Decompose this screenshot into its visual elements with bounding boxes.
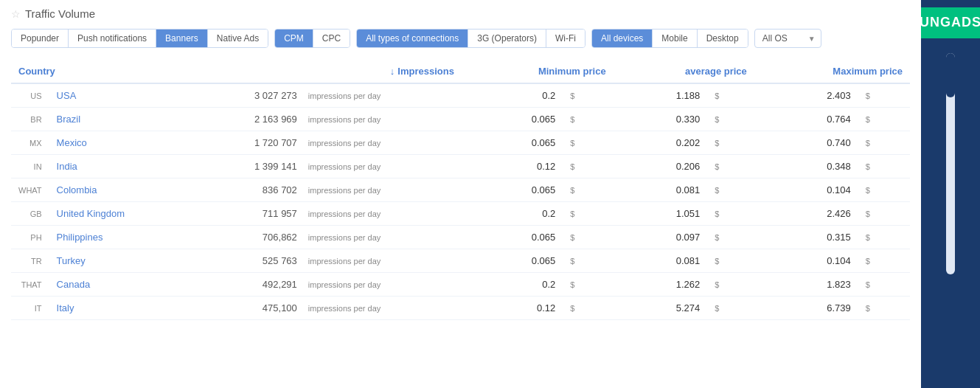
- table-row: WHAT Colombia 836 702 impressions per da…: [11, 179, 910, 202]
- impressions-value: 1 720 707: [202, 131, 301, 155]
- scrollbar-track: [946, 53, 955, 274]
- table-row: IN India 1 399 141 impressions per day 0…: [11, 155, 910, 179]
- max-dollar: $: [858, 155, 910, 179]
- per-day-label: impressions per day: [301, 83, 462, 108]
- country-name[interactable]: Turkey: [49, 249, 202, 273]
- country-name[interactable]: Mexico: [49, 131, 202, 155]
- min-price: 0.065: [462, 131, 563, 155]
- avg-price: 0.330: [614, 108, 708, 131]
- filter-popunder[interactable]: Popunder: [12, 30, 69, 47]
- country-name[interactable]: Colombia: [49, 179, 202, 202]
- country-name[interactable]: USA: [49, 83, 202, 108]
- max-dollar: $: [858, 273, 910, 297]
- table-row: PH Philippines 706,862 impressions per d…: [11, 226, 910, 249]
- avg-price: 0.081: [614, 179, 708, 202]
- max-price: 0.315: [754, 226, 858, 249]
- impressions-value: 475,100: [202, 297, 301, 320]
- filter-all-connections[interactable]: All types of connections: [357, 30, 468, 47]
- avg-dollar: $: [707, 131, 754, 155]
- filter-push-notifications[interactable]: Push notifications: [69, 30, 156, 47]
- max-price: 2.403: [754, 83, 858, 108]
- filter-desktop[interactable]: Desktop: [698, 30, 748, 47]
- impressions-value: 706,862: [202, 226, 301, 249]
- filter-all-devices[interactable]: All devices: [592, 30, 653, 47]
- col-impressions[interactable]: ↓Impressions: [202, 60, 462, 83]
- per-day-label: impressions per day: [301, 249, 462, 273]
- per-day-label: impressions per day: [301, 108, 462, 131]
- device-filter: All devices Mobile Desktop: [591, 29, 748, 48]
- max-dollar: $: [858, 179, 910, 202]
- country-code: WHAT: [11, 179, 49, 202]
- country-name[interactable]: India: [49, 155, 202, 179]
- min-dollar: $: [563, 83, 613, 108]
- avg-dollar: $: [707, 249, 754, 273]
- per-day-label: impressions per day: [301, 297, 462, 320]
- min-price: 0.065: [462, 226, 563, 249]
- col-min-price: Minimum price: [462, 60, 614, 83]
- ad-type-filter: Popunder Push notifications Banners Nati…: [11, 29, 268, 48]
- country-name[interactable]: Brazil: [49, 108, 202, 131]
- per-day-label: impressions per day: [301, 202, 462, 226]
- per-day-label: impressions per day: [301, 179, 462, 202]
- country-name[interactable]: United Kingdom: [49, 202, 202, 226]
- table-row: MX Mexico 1 720 707 impressions per day …: [11, 131, 910, 155]
- traffic-table: Country ↓Impressions Minimum price avera…: [11, 60, 910, 320]
- impressions-value: 836 702: [202, 179, 301, 202]
- pricing-filter: CPM CPC: [274, 29, 350, 48]
- scrollbar-thumb[interactable]: [946, 53, 955, 97]
- filter-banners[interactable]: Banners: [156, 30, 208, 47]
- country-code: MX: [11, 131, 49, 155]
- per-day-label: impressions per day: [301, 226, 462, 249]
- impressions-value: 711 957: [202, 202, 301, 226]
- per-day-label: impressions per day: [301, 273, 462, 297]
- avg-price: 0.202: [614, 131, 708, 155]
- country-code: US: [11, 83, 49, 108]
- min-price: 0.2: [462, 273, 563, 297]
- impressions-value: 525 763: [202, 249, 301, 273]
- col-max-price: Maximum price: [754, 60, 910, 83]
- avg-price: 1.051: [614, 202, 708, 226]
- os-select-wrap: All OS Windows Android iOS macOS: [754, 29, 821, 48]
- avg-price: 0.081: [614, 249, 708, 273]
- filter-cpm[interactable]: CPM: [275, 30, 313, 47]
- country-name[interactable]: Canada: [49, 273, 202, 297]
- country-name[interactable]: Philippines: [49, 226, 202, 249]
- max-price: 0.104: [754, 249, 858, 273]
- country-code: BR: [11, 108, 49, 131]
- star-icon[interactable]: ☆: [11, 8, 21, 20]
- avg-dollar: $: [707, 226, 754, 249]
- impressions-value: 492,291: [202, 273, 301, 297]
- filter-wifi[interactable]: Wi-Fi: [546, 30, 585, 47]
- avg-dollar: $: [707, 108, 754, 131]
- impressions-value: 1 399 141: [202, 155, 301, 179]
- logo-box: UNGADS: [921, 7, 980, 38]
- max-price: 6.739: [754, 297, 858, 320]
- max-dollar: $: [858, 297, 910, 320]
- min-dollar: $: [563, 108, 613, 131]
- country-code: THAT: [11, 273, 49, 297]
- max-dollar: $: [858, 83, 910, 108]
- avg-price: 1.188: [614, 83, 708, 108]
- filter-mobile[interactable]: Mobile: [653, 30, 697, 47]
- max-price: 2.426: [754, 202, 858, 226]
- avg-price: 1.262: [614, 273, 708, 297]
- filter-native-ads[interactable]: Native Ads: [208, 30, 268, 47]
- connection-filter: All types of connections 3G (Operators) …: [356, 29, 585, 48]
- filter-3g[interactable]: 3G (Operators): [468, 30, 546, 47]
- country-code: TR: [11, 249, 49, 273]
- country-code: IT: [11, 297, 49, 320]
- avg-price: 0.206: [614, 155, 708, 179]
- col-country: Country: [11, 60, 202, 83]
- avg-dollar: $: [707, 83, 754, 108]
- min-dollar: $: [563, 131, 613, 155]
- filter-cpc[interactable]: CPC: [313, 30, 350, 47]
- max-dollar: $: [858, 131, 910, 155]
- min-price: 0.065: [462, 108, 563, 131]
- table-row: THAT Canada 492,291 impressions per day …: [11, 273, 910, 297]
- country-name[interactable]: Italy: [49, 297, 202, 320]
- sort-icon: ↓: [390, 66, 395, 77]
- max-price: 1.823: [754, 273, 858, 297]
- min-dollar: $: [563, 297, 613, 320]
- os-select[interactable]: All OS Windows Android iOS macOS: [754, 29, 821, 48]
- per-day-label: impressions per day: [301, 131, 462, 155]
